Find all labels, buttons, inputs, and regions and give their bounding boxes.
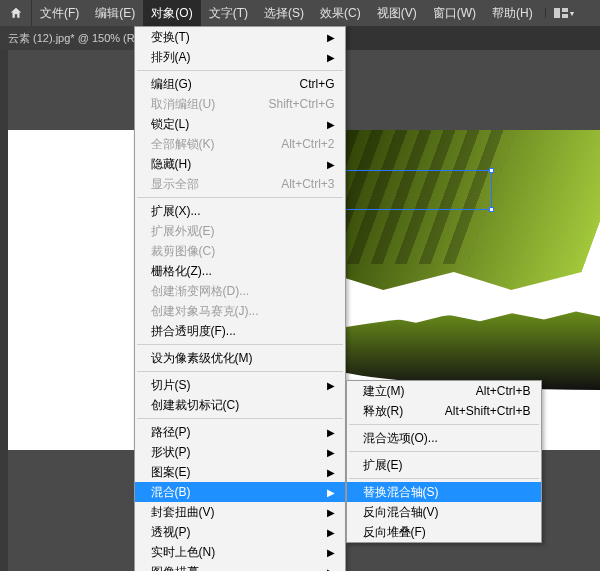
document-tab[interactable]: 云素 (12).jpg* @ 150% (RG (0, 26, 151, 50)
menu-view[interactable]: 视图(V) (369, 0, 425, 26)
object-menu-separator (137, 197, 343, 198)
menu-help-label: 帮助(H) (492, 5, 533, 22)
blend-submenu-panel: 建立(M)Alt+Ctrl+B释放(R)Alt+Shift+Ctrl+B混合选项… (346, 380, 542, 543)
object-menu-item-label: 透视(P) (151, 524, 297, 541)
object-menu-item[interactable]: 排列(A)▶ (135, 47, 345, 67)
object-menu-item-label: 显示全部 (151, 176, 237, 193)
menu-effect-label: 效果(C) (320, 5, 361, 22)
submenu-arrow-icon: ▶ (327, 567, 335, 572)
object-menu-item-label: 栅格化(Z)... (151, 263, 237, 280)
object-menu-item[interactable]: 栅格化(Z)... (135, 261, 345, 281)
object-menu-item[interactable]: 创建裁切标记(C) (135, 395, 345, 415)
workspace-switcher-icon[interactable]: ▾ (554, 8, 574, 18)
object-menu-item-label: 创建裁切标记(C) (151, 397, 240, 414)
blend-menu-item-label: 扩展(E) (363, 457, 433, 474)
object-menu-item-shortcut: Alt+Ctrl+2 (257, 137, 335, 151)
object-menu-item: 扩展外观(E) (135, 221, 345, 241)
object-menu-item[interactable]: 编组(G)Ctrl+G (135, 74, 345, 94)
object-menu-item-label: 拼合透明度(F)... (151, 323, 237, 340)
object-menu-item[interactable]: 图案(E)▶ (135, 462, 345, 482)
object-menu-item[interactable]: 混合(B)▶ (135, 482, 345, 502)
object-menu-item[interactable]: 切片(S)▶ (135, 375, 345, 395)
selection-box[interactable] (330, 170, 492, 210)
object-menu-item-label: 变换(T) (151, 29, 297, 46)
object-menu-item: 显示全部Alt+Ctrl+3 (135, 174, 345, 194)
object-menu-item[interactable]: 路径(P)▶ (135, 422, 345, 442)
object-menu-item: 创建渐变网格(D)... (135, 281, 345, 301)
menu-select[interactable]: 选择(S) (256, 0, 312, 26)
object-menu-item-shortcut: Shift+Ctrl+G (257, 97, 335, 111)
submenu-arrow-icon: ▶ (327, 487, 335, 498)
object-menu-separator (137, 70, 343, 71)
submenu-arrow-icon: ▶ (327, 447, 335, 458)
submenu-arrow-icon: ▶ (327, 527, 335, 538)
menu-type-label: 文字(T) (209, 5, 248, 22)
submenu-arrow-icon: ▶ (327, 547, 335, 558)
blend-menu-item[interactable]: 反向堆叠(F) (347, 522, 541, 542)
object-menu-item-label: 编组(G) (151, 76, 237, 93)
object-menu-item[interactable]: 图像描摹▶ (135, 562, 345, 571)
submenu-arrow-icon: ▶ (327, 467, 335, 478)
submenu-arrow-icon: ▶ (327, 32, 335, 43)
object-menu-item-label: 排列(A) (151, 49, 297, 66)
object-menu-item[interactable]: 隐藏(H)▶ (135, 154, 345, 174)
menu-edit-label: 编辑(E) (95, 5, 135, 22)
blend-menu-item[interactable]: 建立(M)Alt+Ctrl+B (347, 381, 541, 401)
object-menu-item-label: 图像描摹 (151, 564, 297, 572)
object-menu-item: 裁剪图像(C) (135, 241, 345, 261)
submenu-arrow-icon: ▶ (327, 159, 335, 170)
object-menu-item: 取消编组(U)Shift+Ctrl+G (135, 94, 345, 114)
selection-handle[interactable] (489, 168, 494, 173)
menu-object-label: 对象(O) (151, 5, 192, 22)
object-menu-item[interactable]: 透视(P)▶ (135, 522, 345, 542)
submenu-arrow-icon: ▶ (327, 52, 335, 63)
object-menu-item: 创建对象马赛克(J)... (135, 301, 345, 321)
blend-menu-item[interactable]: 替换混合轴(S) (347, 482, 541, 502)
menu-type[interactable]: 文字(T) (201, 0, 256, 26)
object-menu-item[interactable]: 扩展(X)... (135, 201, 345, 221)
submenu-arrow-icon: ▶ (327, 119, 335, 130)
menu-help[interactable]: 帮助(H) (484, 0, 541, 26)
blend-menu-item[interactable]: 释放(R)Alt+Shift+Ctrl+B (347, 401, 541, 421)
submenu-arrow-icon: ▶ (327, 427, 335, 438)
blend-menu-item-label: 反向堆叠(F) (363, 524, 433, 541)
object-menu-item[interactable]: 形状(P)▶ (135, 442, 345, 462)
object-menu-item-label: 切片(S) (151, 377, 297, 394)
blend-menu-item-label: 替换混合轴(S) (363, 484, 439, 501)
object-menu-item-label: 封套扭曲(V) (151, 504, 297, 521)
object-menu-item-label: 设为像素级优化(M) (151, 350, 253, 367)
document-tab-label: 云素 (12).jpg* @ 150% (RG (8, 31, 143, 46)
object-menu-item[interactable]: 封套扭曲(V)▶ (135, 502, 345, 522)
object-menu-item[interactable]: 实时上色(N)▶ (135, 542, 345, 562)
object-menu-item[interactable]: 拼合透明度(F)... (135, 321, 345, 341)
menu-select-label: 选择(S) (264, 5, 304, 22)
menu-file[interactable]: 文件(F) (32, 0, 87, 26)
object-menu-item-label: 裁剪图像(C) (151, 243, 237, 260)
svg-rect-2 (562, 14, 568, 18)
home-button[interactable] (0, 0, 32, 26)
object-menu-item[interactable]: 锁定(L)▶ (135, 114, 345, 134)
menu-window[interactable]: 窗口(W) (425, 0, 484, 26)
object-menu-item-shortcut: Ctrl+G (257, 77, 335, 91)
object-menu-item-label: 创建对象马赛克(J)... (151, 303, 259, 320)
menu-effect[interactable]: 效果(C) (312, 0, 369, 26)
blend-menu-item[interactable]: 扩展(E) (347, 455, 541, 475)
object-menu-item[interactable]: 设为像素级优化(M) (135, 348, 345, 368)
blend-menu-item-shortcut: Alt+Ctrl+B (453, 384, 531, 398)
submenu-arrow-icon: ▶ (327, 507, 335, 518)
menu-object[interactable]: 对象(O) (143, 0, 200, 26)
object-menu-item-label: 全部解锁(K) (151, 136, 237, 153)
blend-menu-item-shortcut: Alt+Shift+Ctrl+B (445, 404, 531, 418)
object-menu-separator (137, 418, 343, 419)
menu-edit[interactable]: 编辑(E) (87, 0, 143, 26)
submenu-arrow-icon: ▶ (327, 380, 335, 391)
selection-handle[interactable] (489, 207, 494, 212)
object-menu-item-label: 实时上色(N) (151, 544, 297, 561)
object-menu-item-label: 路径(P) (151, 424, 297, 441)
object-menu-item-label: 锁定(L) (151, 116, 297, 133)
blend-menu-item[interactable]: 反向混合轴(V) (347, 502, 541, 522)
menu-view-label: 视图(V) (377, 5, 417, 22)
object-menu-item: 全部解锁(K)Alt+Ctrl+2 (135, 134, 345, 154)
object-menu-item[interactable]: 变换(T)▶ (135, 27, 345, 47)
blend-menu-item[interactable]: 混合选项(O)... (347, 428, 541, 448)
